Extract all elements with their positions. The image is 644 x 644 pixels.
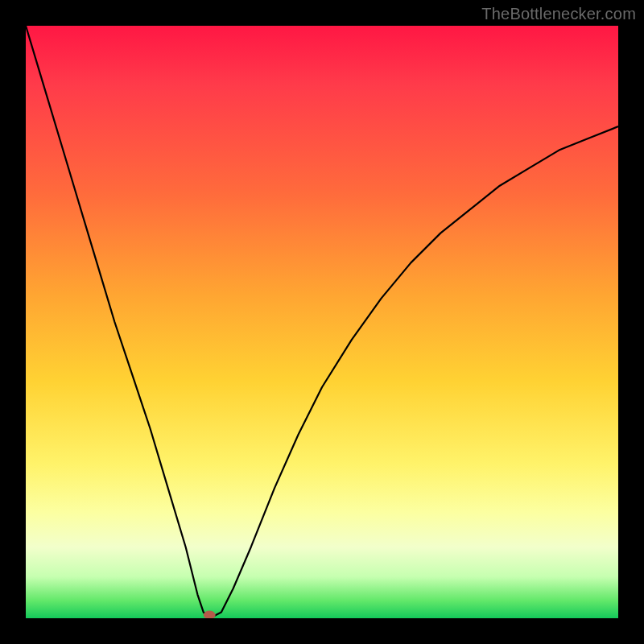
- curve-svg: [26, 26, 618, 618]
- minimum-marker: [204, 611, 215, 618]
- plot-area: [26, 26, 618, 618]
- chart-frame: TheBottlenecker.com: [0, 0, 644, 644]
- bottleneck-curve: [26, 26, 618, 618]
- watermark-text: TheBottlenecker.com: [481, 5, 636, 23]
